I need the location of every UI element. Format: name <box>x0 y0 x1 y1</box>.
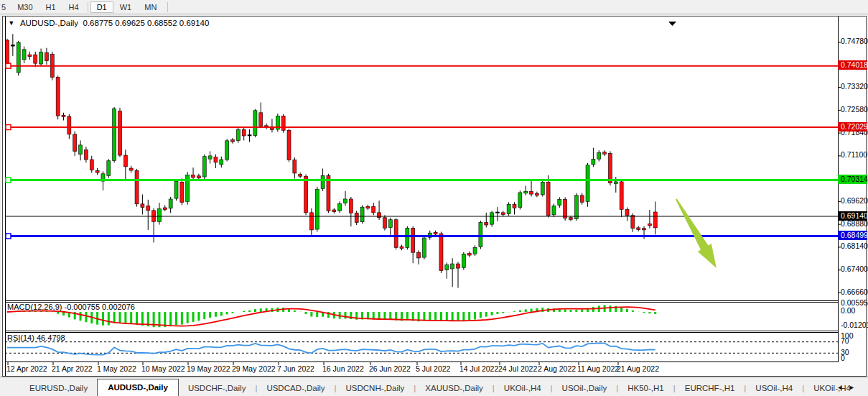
price-tick-label: 0.66660 <box>841 287 868 296</box>
date-label: 11 Aug 2022 <box>577 364 619 373</box>
timeframe-toolbar: 5M30H1H4D1W1MN <box>0 0 868 14</box>
bar-high-value: 0.69625 <box>115 19 145 27</box>
macd-main-value: -0.000755 <box>64 303 100 311</box>
macd-panel-label: MACD(12,26,9) -0.000755 0.002076 <box>7 303 135 311</box>
date-label: 12 Apr 2022 <box>6 364 47 373</box>
macd-name: MACD(12,26,9) <box>7 303 62 311</box>
date-label: 24 Jul 2022 <box>498 364 537 373</box>
bar-low-value: 0.68552 <box>147 19 177 27</box>
rsi-value: 46.4798 <box>37 333 65 342</box>
bar-close-value: 0.69140 <box>179 19 210 27</box>
macd-axis-zero: 0.00 <box>841 306 855 315</box>
timeframe-button-h1[interactable]: H1 <box>39 1 62 13</box>
resistance-line-red-2-price-label: 0.72029 <box>838 122 867 132</box>
price-tick-label: 0.67400 <box>841 264 868 273</box>
resistance-line-red-1-handle[interactable] <box>6 63 11 68</box>
timeframe-button-d1[interactable]: D1 <box>90 1 113 13</box>
tab-scroll-left-icon[interactable]: ◄ <box>836 384 849 391</box>
date-label: 1 May 2022 <box>97 364 136 373</box>
chart-tab-xauusd-daily[interactable]: XAUUSD-,Daily <box>416 380 493 396</box>
tab-scroll-right-icon[interactable]: ► <box>849 384 861 391</box>
chart-tab-usdcad-daily[interactable]: USDCAD-,Daily <box>257 380 334 396</box>
price-tick-label: 0.74780 <box>841 37 868 45</box>
chart-symbol-label: AUDUSD-,Daily <box>20 19 78 27</box>
rsi-axis-level: 0 <box>841 354 845 362</box>
chart-canvas[interactable] <box>3 17 867 376</box>
macd-axis-min: -0.012015 <box>841 321 868 329</box>
sr-line-green-handle[interactable] <box>6 178 11 183</box>
rsi-name: RSI(14) <box>7 333 34 342</box>
collapse-icon[interactable]: ▼ <box>8 19 14 27</box>
date-label: 19 May 2022 <box>187 364 230 373</box>
rsi-panel-label: RSI(14) 46.4798 <box>7 333 65 342</box>
price-tick-label: 0.69620 <box>841 196 868 205</box>
support-line-blue-handle[interactable] <box>6 234 11 239</box>
candles-layer <box>3 17 657 288</box>
date-label: 7 Jun 2022 <box>277 364 314 373</box>
timeframe-button-w1[interactable]: W1 <box>113 1 139 13</box>
chart-tab-hk50-h1[interactable]: HK50-,H1 <box>618 380 673 396</box>
date-label: 16 Jun 2022 <box>322 364 364 373</box>
current-price-line-price-label: 0.69140 <box>838 211 867 221</box>
date-label: 14 Jul 2022 <box>459 364 498 373</box>
date-label: 26 Jun 2022 <box>369 364 411 373</box>
date-label: 29 May 2022 <box>232 364 276 373</box>
chart-tab-usdcnh-daily[interactable]: USDCNH-,Daily <box>337 380 414 396</box>
chart-tab-eurchf-h1[interactable]: EURCHF-,H1 <box>676 380 745 396</box>
chart-tab-usoil-h4[interactable]: USOil-,H4 <box>746 380 802 396</box>
date-label: 2 Aug 2022 <box>538 364 576 373</box>
chart-shift-marker-icon[interactable] <box>668 22 676 26</box>
chart-tab-bar: EURUSD-,DailyAUDUSD-,DailyUSDCHF-,Daily|… <box>0 377 868 396</box>
price-tick-label: 0.71100 <box>841 150 867 159</box>
timeframe-button-m30[interactable]: M30 <box>11 1 39 13</box>
price-tick-label: 0.72580 <box>841 105 868 114</box>
date-label: 21 Apr 2022 <box>52 364 93 373</box>
timeframe-button-h4[interactable]: H4 <box>62 1 85 13</box>
chart-tab-usoil-daily[interactable]: USOil-,Daily <box>553 380 617 396</box>
chart-window <box>2 16 867 377</box>
timeframe-button-mn[interactable]: MN <box>138 1 163 13</box>
date-label: 5 Jul 2022 <box>416 364 450 373</box>
resistance-line-red-2-handle[interactable] <box>6 125 11 130</box>
trend-arrow-annotation[interactable] <box>676 199 717 269</box>
chart-title: ▼ AUDUSD-,Daily 0.68775 0.69625 0.68552 … <box>7 19 209 27</box>
chart-tab-audusd-daily[interactable]: AUDUSD-,Daily <box>97 379 179 396</box>
toolbar-separator <box>88 2 88 12</box>
resistance-line-red-1-price-label: 0.74018 <box>838 60 867 70</box>
trading-platform-window: 5M30H1H4D1W1MN ▼ AUDUSD-,Daily 0.68775 0… <box>0 0 868 396</box>
support-line-blue-price-label: 0.68499 <box>838 231 867 240</box>
chart-tab-ukoil-h4[interactable]: UKOil-,H4 <box>495 380 551 396</box>
sr-line-green-price-label: 0.70314 <box>838 175 867 184</box>
chart-tab-usdchf-daily[interactable]: USDCHF-,Daily <box>179 380 256 396</box>
macd-signal-value: 0.002076 <box>102 303 135 311</box>
rsi-axis-level: 70 <box>841 336 849 345</box>
date-label: 21 Aug 2022 <box>617 364 659 373</box>
timeframe-button-5[interactable]: 5 <box>0 1 11 13</box>
toolbar-separator <box>167 2 168 12</box>
date-label: 10 May 2022 <box>141 364 185 373</box>
price-tick-label: 0.73320 <box>841 82 868 91</box>
chart-tab-eurusd-daily[interactable]: EURUSD-,Daily <box>20 380 97 396</box>
bar-open-value: 0.68775 <box>83 19 113 27</box>
tab-scroll-arrows: ◄► <box>836 384 861 391</box>
price-tick-label: 0.68140 <box>841 241 868 250</box>
